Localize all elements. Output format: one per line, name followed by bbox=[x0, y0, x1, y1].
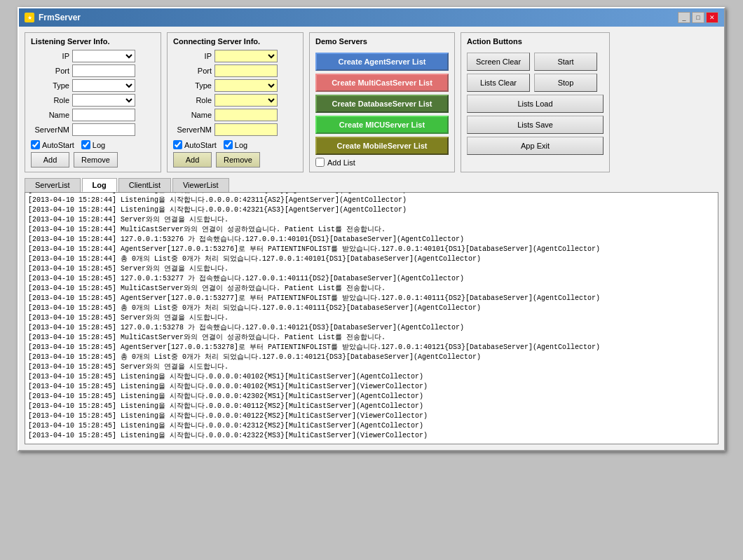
connecting-remove-button[interactable]: Remove bbox=[216, 152, 260, 168]
action-row-2: Lists Clear Stop bbox=[467, 74, 604, 92]
app-exit-button[interactable]: App Exit bbox=[467, 137, 604, 155]
connecting-role-label: Role bbox=[173, 96, 212, 104]
connecting-btn-row: Add Remove bbox=[173, 152, 297, 168]
listening-remove-button[interactable]: Remove bbox=[74, 152, 118, 168]
listening-name-label: Name bbox=[31, 111, 69, 119]
tab-server-list[interactable]: ServerList bbox=[25, 178, 81, 192]
listening-autostart-checkbox[interactable] bbox=[31, 140, 40, 149]
listening-port-row: Port bbox=[31, 64, 155, 77]
listening-add-button[interactable]: Add bbox=[31, 152, 69, 168]
title-bar: ★ FrmServer _ □ ✕ bbox=[19, 8, 724, 27]
connecting-add-button[interactable]: Add bbox=[173, 152, 212, 168]
connecting-role-select[interactable] bbox=[214, 94, 278, 107]
create-multicastserver-button[interactable]: Create MultiCastServer List bbox=[315, 74, 449, 92]
log-line: [2013-04-10 15:28:44] Server와의 연결을 시도합니다… bbox=[28, 215, 715, 225]
tab-viewer-list[interactable]: ViewerList bbox=[172, 178, 229, 192]
log-line: [2013-04-10 15:28:45] Listening을 시작합니다.0… bbox=[28, 372, 715, 382]
connecting-type-label: Type bbox=[173, 81, 212, 90]
listening-role-row: Role bbox=[31, 94, 155, 107]
maximize-button[interactable]: □ bbox=[692, 12, 704, 23]
connecting-role-row: Role bbox=[173, 94, 297, 107]
connecting-name-input[interactable] bbox=[214, 109, 278, 121]
listening-servernm-row: ServerNM bbox=[31, 123, 155, 136]
log-line: [2013-04-10 15:28:44] Listening을 시작합니다.0… bbox=[28, 205, 715, 215]
create-micuserver-button[interactable]: Create MICUServer List bbox=[315, 116, 449, 134]
start-button[interactable]: Start bbox=[534, 53, 597, 71]
action-buttons-panel: Action Buttons Screen Clear Start Lists … bbox=[461, 32, 610, 172]
log-line: [2013-04-10 15:28:45] AgentServer[127.0.… bbox=[28, 294, 715, 303]
connecting-autostart-checkbox[interactable] bbox=[173, 140, 182, 149]
connecting-type-row: Type bbox=[173, 79, 297, 92]
log-line: [2013-04-10 15:28:45] Server와의 연결을 시도합니다… bbox=[28, 313, 715, 323]
listening-type-label: Type bbox=[31, 81, 69, 90]
connecting-servernm-label: ServerNM bbox=[173, 125, 212, 134]
connecting-servernm-input[interactable] bbox=[214, 123, 278, 136]
connecting-log-checkbox-label[interactable]: Log bbox=[224, 140, 247, 149]
listening-log-checkbox[interactable] bbox=[81, 140, 90, 149]
listening-port-input[interactable] bbox=[72, 64, 135, 77]
log-line: [2013-04-10 15:28:44] 총 0개의 List중 0개가 처리… bbox=[28, 254, 715, 264]
add-list-checkbox[interactable] bbox=[315, 158, 325, 167]
listening-autostart-checkbox-label[interactable]: AutoStart bbox=[31, 140, 74, 149]
log-line: [2013-04-10 15:28:45] Server와의 연결을 시도합니다… bbox=[28, 264, 715, 274]
connecting-port-row: Port bbox=[173, 64, 297, 77]
demo-servers-title: Demo Servers bbox=[315, 37, 449, 46]
log-line: [2013-04-10 15:28:45] MultiCastServer와의 … bbox=[28, 333, 715, 343]
lists-load-button[interactable]: Lists Load bbox=[467, 95, 604, 113]
listening-port-label: Port bbox=[31, 67, 69, 75]
title-bar-left: ★ FrmServer bbox=[25, 13, 81, 22]
screen-clear-button[interactable]: Screen Clear bbox=[467, 53, 530, 71]
listening-name-input[interactable] bbox=[72, 109, 135, 121]
action-buttons-title: Action Buttons bbox=[467, 37, 604, 46]
log-line: [2013-04-10 15:28:44] MultiCastServer와의 … bbox=[28, 225, 715, 235]
listening-autostart-label: AutoStart bbox=[42, 141, 74, 149]
log-line: [2013-04-10 15:28:45] 총 0개의 List중 0개가 처리… bbox=[28, 353, 715, 362]
connecting-name-label: Name bbox=[173, 111, 212, 119]
stop-button[interactable]: Stop bbox=[534, 74, 597, 92]
create-databaseserver-button[interactable]: Create DatabaseServer List bbox=[315, 95, 449, 113]
close-button[interactable]: ✕ bbox=[706, 12, 718, 23]
connecting-autostart-checkbox-label[interactable]: AutoStart bbox=[173, 140, 217, 149]
listening-type-select[interactable] bbox=[72, 79, 135, 92]
log-line: [2013-04-10 15:28:45] Listening을 시작합니다.0… bbox=[28, 392, 715, 402]
log-line: [2013-04-10 15:28:44] 127.0.0.1:53276 가 … bbox=[28, 235, 715, 245]
log-line: [2013-04-10 15:28:45] Server와의 연결을 시도합니다… bbox=[28, 362, 715, 372]
lists-save-button[interactable]: Lists Save bbox=[467, 116, 604, 134]
log-area[interactable]: [2013-04-10 15:28:44] Listening을 시작합니다.1… bbox=[25, 192, 718, 444]
tab-client-list[interactable]: ClientList bbox=[118, 178, 171, 192]
minimize-button[interactable]: _ bbox=[678, 12, 690, 23]
listening-log-label: Log bbox=[93, 141, 105, 149]
tab-log[interactable]: Log bbox=[82, 178, 117, 192]
main-window: ★ FrmServer _ □ ✕ Listening Server Info.… bbox=[18, 7, 725, 451]
app-icon: ★ bbox=[25, 13, 34, 22]
connecting-server-panel: Connecting Server Info. IP Port Type Rol… bbox=[167, 32, 304, 172]
connecting-autostart-label: AutoStart bbox=[184, 141, 217, 149]
connecting-ip-label: IP bbox=[173, 52, 212, 60]
lists-clear-button[interactable]: Lists Clear bbox=[467, 74, 530, 92]
demo-servers-panel: Demo Servers Create AgentServer List Cre… bbox=[309, 32, 455, 172]
listening-btn-row: Add Remove bbox=[31, 152, 155, 168]
add-list-label: Add List bbox=[327, 158, 355, 167]
connecting-servernm-row: ServerNM bbox=[173, 123, 297, 136]
connecting-ip-select[interactable] bbox=[214, 50, 278, 62]
connecting-port-label: Port bbox=[173, 67, 212, 75]
action-row-3: Lists Load bbox=[467, 95, 604, 113]
action-row-1: Screen Clear Start bbox=[467, 53, 604, 71]
listening-checkbox-row: AutoStart Log bbox=[31, 140, 155, 149]
listening-log-checkbox-label[interactable]: Log bbox=[81, 140, 105, 149]
connecting-log-checkbox[interactable] bbox=[224, 140, 233, 149]
log-line: [2013-04-10 15:28:45] Listening을 시작합니다.0… bbox=[28, 402, 715, 411]
connecting-port-input[interactable] bbox=[214, 64, 278, 77]
connecting-ip-row: IP bbox=[173, 50, 297, 62]
listening-servernm-input[interactable] bbox=[72, 123, 135, 136]
listening-name-row: Name bbox=[31, 109, 155, 121]
connecting-log-label: Log bbox=[235, 141, 247, 149]
connecting-type-select[interactable] bbox=[214, 79, 278, 92]
create-agentserver-button[interactable]: Create AgentServer List bbox=[315, 53, 449, 71]
log-line: [2013-04-10 15:28:45] 총 0개의 List중 0개가 처리… bbox=[28, 303, 715, 313]
window-title: FrmServer bbox=[39, 13, 81, 22]
listening-role-select[interactable] bbox=[72, 94, 135, 107]
listening-ip-select[interactable] bbox=[72, 50, 135, 62]
log-line: [2013-04-10 15:28:45] Listening을 시작합니다.0… bbox=[28, 421, 715, 431]
create-mobileserver-button[interactable]: Create MobileServer List bbox=[315, 137, 449, 155]
